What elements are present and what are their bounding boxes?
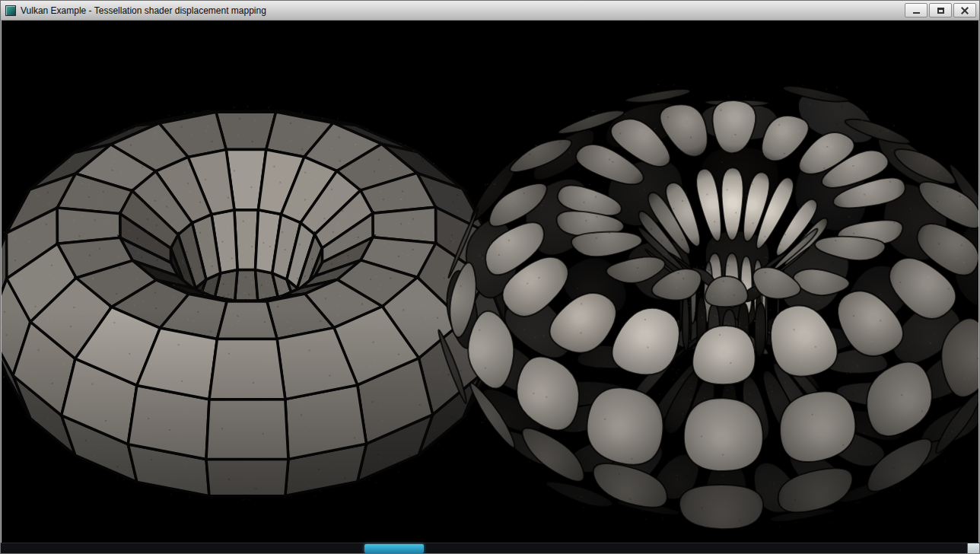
app-window: Vulkan Example - Tessellation shader dis… [0, 0, 980, 554]
minimize-button[interactable] [905, 3, 928, 18]
maximize-icon [937, 8, 944, 14]
window-controls [905, 3, 976, 18]
window-title: Vulkan Example - Tessellation shader dis… [21, 5, 905, 16]
show-desktop-button[interactable] [967, 543, 979, 554]
title-bar[interactable]: Vulkan Example - Tessellation shader dis… [1, 1, 979, 21]
taskbar-active-app[interactable] [364, 544, 424, 553]
app-icon [5, 5, 16, 16]
minimize-icon [913, 12, 920, 14]
taskbar-strip [1, 543, 979, 553]
close-icon [961, 7, 969, 14]
render-canvas[interactable] [2, 21, 978, 543]
close-button[interactable] [953, 3, 976, 18]
maximize-button[interactable] [929, 3, 952, 18]
